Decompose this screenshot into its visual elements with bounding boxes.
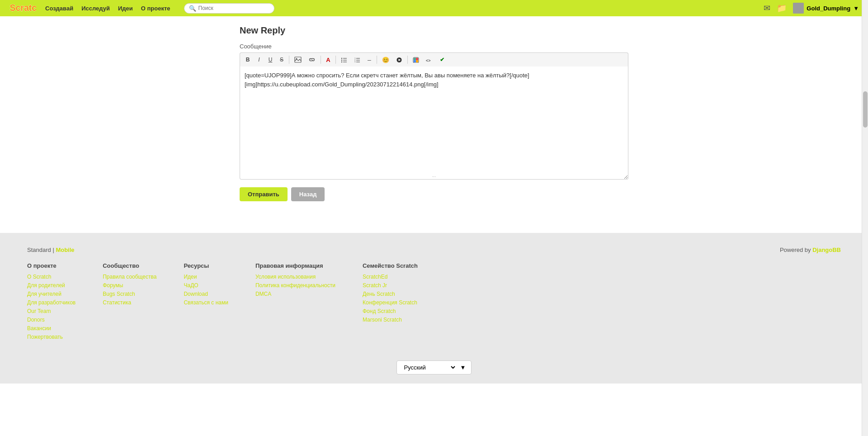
search-input[interactable]	[198, 5, 269, 11]
footer-col-resources: Ресурсы Идеи ЧаДО Download Связаться с н…	[184, 262, 228, 342]
messages-icon[interactable]: ✉	[764, 3, 770, 13]
footer-link-faq[interactable]: ЧаДО	[184, 282, 228, 289]
footer-link-download[interactable]: Download	[184, 291, 228, 297]
footer-link-scratchjr[interactable]: Scratch Jr	[363, 282, 418, 289]
nav-explore[interactable]: Исследуй	[81, 5, 110, 12]
footer-link-о-scratch[interactable]: О Scratch	[27, 274, 75, 280]
scrollbar-track	[862, 0, 868, 384]
svg-text:Scratch: Scratch	[10, 2, 37, 12]
svg-point-4	[341, 57, 342, 58]
username-label: Gold_Dumpling	[807, 5, 850, 12]
svg-point-8	[341, 61, 342, 62]
nav-ideas[interactable]: Идеи	[118, 5, 133, 12]
footer-link-scratch-conf[interactable]: Конференция Scratch	[363, 299, 418, 306]
footer-link-our-team[interactable]: Our Team	[27, 308, 75, 314]
ordered-list-button[interactable]: 1. 2. 3.	[351, 55, 363, 65]
djangobb-link[interactable]: DjangoBB	[812, 246, 841, 253]
editor-wrapper: [quote=UJOP999]А можно спросить? Если ск…	[240, 66, 628, 181]
nav-about[interactable]: О проекте	[141, 5, 170, 12]
html-button[interactable]: <>	[423, 55, 436, 65]
footer-link-terms[interactable]: Условия использования	[255, 274, 335, 280]
svg-rect-19	[414, 58, 416, 60]
svg-rect-21	[414, 60, 416, 62]
footer: Standard | Mobile Powered by DjangoBB О …	[0, 233, 868, 384]
search-icon: 🔍	[189, 5, 196, 12]
footer-link-donors[interactable]: Donors	[27, 317, 75, 323]
main-content: New Reply Сообщение B I U S A	[231, 16, 637, 219]
header-right: ✉ 📁 Gold_Dumpling ▼	[764, 3, 859, 14]
strikethrough-button[interactable]: S	[277, 55, 287, 65]
footer-link-privacy[interactable]: Политика конфиденциальности	[255, 282, 335, 289]
header-nav: Создавай Исследуй Идеи О проекте	[45, 5, 170, 12]
page-title: New Reply	[240, 25, 628, 36]
language-dropdown[interactable]: Русский	[402, 364, 457, 371]
submit-button[interactable]: Отправить	[240, 187, 288, 201]
footer-link-scratched[interactable]: ScratchEd	[363, 274, 418, 280]
svg-rect-20	[416, 58, 418, 60]
link-button[interactable]	[306, 55, 318, 65]
footer-link-bugs[interactable]: Bugs Scratch	[103, 291, 156, 297]
dash-list-button[interactable]: –	[364, 55, 374, 65]
footer-col-family-title: Семейство Scratch	[363, 262, 418, 269]
scratch-logo[interactable]: Scratch	[9, 1, 36, 15]
media-button[interactable]	[393, 55, 405, 65]
svg-text:<>: <>	[426, 58, 431, 63]
svg-rect-22	[416, 60, 418, 62]
message-label: Сообщение	[240, 43, 628, 50]
footer-link-ideas[interactable]: Идеи	[184, 274, 228, 280]
footer-link-stats[interactable]: Статистика	[103, 299, 156, 306]
toolbar-divider-3	[335, 56, 336, 64]
back-button[interactable]: Назад	[291, 187, 325, 201]
search-box: 🔍	[184, 3, 274, 14]
svg-rect-1	[793, 3, 804, 14]
powered-prefix: Powered by	[780, 246, 811, 253]
user-menu[interactable]: Gold_Dumpling ▼	[793, 3, 859, 14]
footer-link-parents[interactable]: Для родителей	[27, 282, 75, 289]
folder-icon[interactable]: 📁	[777, 3, 787, 13]
footer-link-scratch-day[interactable]: День Scratch	[363, 291, 418, 297]
footer-link-contact[interactable]: Связаться с нами	[184, 299, 228, 306]
underline-button[interactable]: U	[265, 55, 275, 65]
footer-link-donate[interactable]: Пожертвовать	[27, 334, 75, 340]
footer-link-developers[interactable]: Для разработчиков	[27, 299, 75, 306]
toolbar-divider-4	[377, 56, 377, 64]
bold-button[interactable]: B	[243, 55, 253, 65]
footer-link-teachers[interactable]: Для учителей	[27, 291, 75, 297]
footer-columns: О проекте О Scratch Для родителей Для уч…	[27, 262, 841, 342]
footer-link-community-rules[interactable]: Правила сообщества	[103, 274, 156, 280]
bullet-list-button[interactable]	[338, 55, 350, 65]
language-selector[interactable]: Русский ▼	[396, 360, 472, 374]
svg-text:3.: 3.	[354, 61, 356, 63]
emoji-button[interactable]: 😊	[379, 55, 392, 65]
font-color-button[interactable]: A	[323, 55, 333, 65]
toolbar-divider-1	[289, 56, 289, 64]
footer-powered: Powered by DjangoBB	[780, 246, 841, 253]
footer-link-marsoni[interactable]: Маrsoni Scratch	[363, 317, 418, 323]
form-buttons: Отправить Назад	[240, 187, 628, 201]
header: Scratch Создавай Исследуй Идеи О проекте…	[0, 0, 868, 16]
scrollbar-thumb[interactable]	[863, 91, 868, 128]
footer-bottom: Русский ▼	[27, 356, 841, 374]
footer-col-legal: Правовая информация Условия использовани…	[255, 262, 335, 342]
footer-link-jobs[interactable]: Вакансии	[27, 325, 75, 332]
footer-link-dmca[interactable]: DMCA	[255, 291, 335, 297]
standard-label: Standard	[27, 246, 51, 253]
footer-link-scratch-fund[interactable]: Фонд Scratch	[363, 308, 418, 314]
nav-create[interactable]: Создавай	[45, 5, 73, 12]
message-input[interactable]: [quote=UJOP999]А можно спросить? Если ск…	[240, 66, 628, 180]
dropdown-chevron-icon: ▼	[460, 364, 466, 371]
footer-col-family: Семейство Scratch ScratchEd Scratch Jr Д…	[363, 262, 418, 342]
editor-toolbar: B I U S A	[240, 52, 628, 66]
footer-col-about: О проекте О Scratch Для родителей Для уч…	[27, 262, 75, 342]
color-picker-button[interactable]	[410, 55, 422, 65]
check-button[interactable]: ✔	[437, 55, 447, 65]
dropdown-icon: ▼	[853, 5, 859, 12]
italic-button[interactable]: I	[254, 55, 264, 65]
mobile-link[interactable]: Mobile	[56, 246, 74, 253]
footer-link-forums[interactable]: Форумы	[103, 282, 156, 289]
footer-col-about-title: О проекте	[27, 262, 75, 269]
svg-point-6	[341, 59, 342, 60]
avatar	[793, 3, 804, 14]
image-button[interactable]	[292, 55, 304, 65]
toolbar-divider-5	[407, 56, 408, 64]
